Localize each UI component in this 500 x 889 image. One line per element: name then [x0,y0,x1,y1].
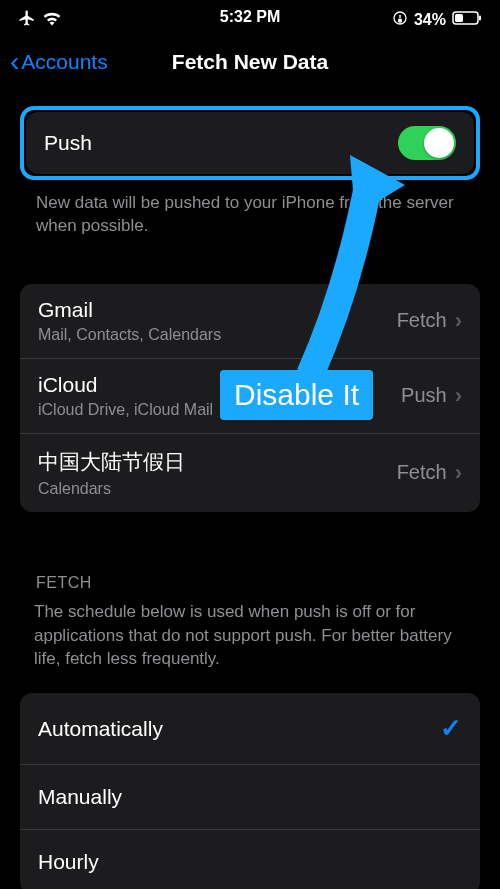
annotation-label: Disable It [220,370,373,420]
battery-icon [452,11,482,29]
push-section: Push [20,106,480,180]
svg-rect-3 [455,14,463,22]
push-footer: New data will be pushed to your iPhone f… [0,180,500,238]
chevron-right-icon: › [455,383,462,409]
page-title: Fetch New Data [172,50,328,74]
fetch-section: FETCH The schedule below is used when pu… [0,574,500,889]
status-left [18,9,62,31]
checkmark-icon: ✓ [440,713,462,744]
account-value: Fetch [397,461,447,484]
toggle-knob [424,128,454,158]
account-value: Push [401,384,447,407]
fetch-option-label: Automatically [38,717,163,741]
account-row-gmail[interactable]: Gmail Mail, Contacts, Calendars Fetch › [20,284,480,358]
nav-header: ‹ Accounts Fetch New Data [0,36,500,92]
wifi-icon [42,10,62,30]
rotation-lock-icon [392,10,408,30]
push-toggle[interactable] [398,126,456,160]
account-subtitle: iCloud Drive, iCloud Mail [38,401,213,419]
fetch-option-hourly[interactable]: Hourly [20,829,480,889]
chevron-left-icon: ‹ [10,46,19,78]
airplane-icon [18,9,36,31]
svg-rect-4 [479,16,481,21]
fetch-option-label: Manually [38,785,122,809]
account-title: Gmail [38,298,221,322]
fetch-option-automatically[interactable]: Automatically ✓ [20,693,480,764]
account-title: iCloud [38,373,213,397]
status-right: 34% [392,10,482,30]
push-cell[interactable]: Push [26,112,474,174]
back-button[interactable]: ‹ Accounts [10,46,108,78]
account-row-holidays[interactable]: 中国大陆节假日 Calendars Fetch › [20,433,480,512]
account-value: Fetch [397,309,447,332]
fetch-option-manually[interactable]: Manually [20,764,480,829]
battery-percent: 34% [414,11,446,29]
account-subtitle: Mail, Contacts, Calendars [38,326,221,344]
fetch-header: FETCH [0,574,500,600]
status-bar: 5:32 PM 34% [0,0,500,36]
account-subtitle: Calendars [38,480,185,498]
account-title: 中国大陆节假日 [38,448,185,476]
annotation-highlight: Push [20,106,480,180]
push-label: Push [44,131,92,155]
back-label: Accounts [21,50,107,74]
svg-rect-1 [399,19,402,22]
chevron-right-icon: › [455,308,462,334]
fetch-option-label: Hourly [38,850,99,874]
chevron-right-icon: › [455,460,462,486]
status-time: 5:32 PM [220,8,280,26]
fetch-description: The schedule below is used when push is … [0,600,500,693]
